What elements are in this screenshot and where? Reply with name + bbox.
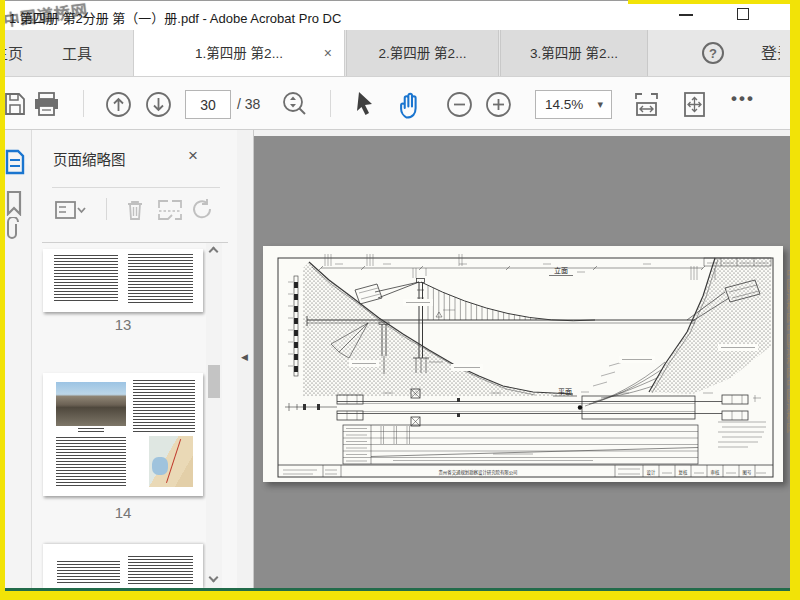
- select-tool-icon[interactable]: [353, 91, 377, 118]
- collapse-panel-icon[interactable]: ◀: [241, 352, 248, 362]
- print-icon[interactable]: [33, 91, 60, 117]
- thumbnail-page-13[interactable]: [43, 249, 203, 312]
- doc-tab-1-label: 1.第四册 第2...: [195, 46, 283, 61]
- thumbnail-photo-mock: [56, 382, 126, 426]
- panel-notch: [25, 155, 32, 169]
- document-viewer[interactable]: 立面 平面: [254, 130, 790, 588]
- thumbnail-page-partial[interactable]: [43, 544, 203, 588]
- block-cell-check: 复核: [679, 469, 688, 476]
- scroll-up-icon[interactable]: [209, 247, 219, 257]
- panel-title: 页面缩略图: [53, 148, 126, 169]
- profile-data-table: [343, 425, 698, 464]
- window-titlebar: 中国道桥网 1.第四册 第2分册 第（一）册.pdf - Adobe Acrob…: [5, 1, 790, 30]
- screen-border-top-right: [628, 0, 800, 4]
- title-block: 贵州省交通规划勘察设计研究院有限公司 设计 复核 审核 图号: [278, 465, 773, 477]
- block-cell-design: 设计: [647, 469, 656, 476]
- page-number-label: 13: [43, 316, 203, 333]
- chevron-down-icon: ▾: [597, 98, 603, 111]
- page-total-label: / 38: [237, 96, 260, 112]
- scrollbar-thumb[interactable]: [208, 365, 220, 398]
- elevation-label: 立面: [554, 266, 568, 275]
- help-icon[interactable]: ?: [702, 42, 724, 64]
- divider: [106, 198, 107, 220]
- thumbnail-options-menu-icon[interactable]: [54, 198, 86, 222]
- hand-tool-icon[interactable]: [396, 91, 427, 120]
- divider: [52, 187, 220, 188]
- thumbnail-map-mock: [149, 436, 194, 488]
- screenshot-root: 中国道桥网 1.第四册 第2分册 第（一）册.pdf - Adobe Acrob…: [0, 0, 800, 600]
- thumbnail-text-mock: [56, 437, 126, 487]
- sign-in-button[interactable]: 登录: [761, 30, 780, 77]
- divider: [42, 242, 228, 243]
- block-cell-number: 图号: [743, 470, 752, 476]
- panel-scrollbar[interactable]: [206, 243, 222, 588]
- zoom-out-icon[interactable]: [446, 91, 473, 118]
- page-thumbnails-rail-icon[interactable]: [5, 148, 27, 176]
- thumbnail-text-mock: [57, 561, 119, 585]
- bookmarks-rail-icon[interactable]: [5, 190, 27, 216]
- doc-tab-2-label: 2.第四册 第2...: [379, 46, 467, 61]
- viewer-top-strip: [254, 130, 790, 136]
- page-view-menu-icon[interactable]: [281, 91, 309, 118]
- panel-splitter[interactable]: ◀: [237, 130, 254, 588]
- plan-label: 平面: [558, 388, 572, 396]
- content-area: 页面缩略图 ×: [5, 130, 790, 588]
- zoom-in-icon[interactable]: [485, 91, 512, 118]
- attachments-rail-icon[interactable]: [5, 217, 27, 243]
- insert-pages-icon[interactable]: [156, 198, 184, 222]
- navigation-rail: [5, 130, 32, 588]
- thumbnail-text-mock: [133, 380, 195, 432]
- screen-border-right: [790, 0, 800, 600]
- zoom-level-select[interactable]: 14.5% ▾: [535, 90, 612, 119]
- tab-tools[interactable]: 工具: [62, 30, 92, 77]
- doc-tab-3[interactable]: 3.第四册 第2...: [500, 30, 648, 77]
- thumbnail-caption-mock: [78, 428, 104, 432]
- block-cell-review: 审核: [711, 469, 720, 476]
- map-water-mock: [152, 457, 168, 475]
- main-toolbar: / 38 14.5% ▾: [5, 77, 790, 130]
- doc-tab-2[interactable]: 2.第四册 第2...: [346, 30, 499, 77]
- fit-width-icon[interactable]: [633, 91, 660, 118]
- doc-tab-1-close-icon[interactable]: ×: [324, 30, 332, 77]
- thumbnail-text-mock: [128, 254, 194, 304]
- scroll-down-icon[interactable]: [209, 573, 219, 583]
- rotate-page-icon[interactable]: [190, 198, 214, 222]
- doc-tab-3-label: 3.第四册 第2...: [530, 46, 618, 61]
- previous-page-icon[interactable]: [105, 91, 132, 118]
- delete-pages-icon[interactable]: [123, 198, 147, 222]
- institute-name: 贵州省交通规划勘察设计研究院有限公司: [438, 469, 517, 476]
- thumbnail-page-14[interactable]: [43, 373, 203, 496]
- doc-tab-1[interactable]: 1.第四册 第2... ×: [133, 30, 345, 77]
- thumbnail-text-mock: [54, 255, 118, 300]
- pdf-page: 立面 平面: [263, 246, 783, 482]
- screen-border-left: [0, 0, 5, 600]
- window-title: 1.第四册 第2分册 第（一）册.pdf - Adobe Acrobat Pro…: [9, 8, 341, 27]
- minimize-button[interactable]: [679, 14, 693, 16]
- toolbar-divider: [83, 90, 84, 117]
- next-page-icon[interactable]: [145, 91, 172, 118]
- tab-bar: 主页 工具 1.第四册 第2... × 2.第四册 第2... 3.第四册 第2…: [5, 30, 790, 77]
- zoom-level-value: 14.5%: [545, 97, 583, 112]
- page-number-label: 14: [43, 504, 203, 521]
- more-tools-icon[interactable]: •••: [731, 89, 755, 109]
- cable-hangers: [428, 286, 536, 321]
- save-icon[interactable]: [2, 91, 28, 117]
- panel-close-button[interactable]: ×: [188, 146, 198, 166]
- bridge-drawing: 立面 平面: [263, 246, 783, 482]
- screen-border-bottom: [0, 591, 800, 600]
- thumbnail-text-mock: [128, 556, 194, 585]
- maximize-button[interactable]: [737, 8, 749, 20]
- tab-home[interactable]: 主页: [5, 30, 23, 77]
- page-thumbnails-panel: 页面缩略图 ×: [32, 130, 237, 588]
- map-road-mock: [166, 439, 181, 484]
- toolbar-divider: [330, 90, 331, 117]
- elevation-view: [294, 258, 771, 406]
- fit-page-icon[interactable]: [681, 91, 708, 118]
- page-number-input[interactable]: [185, 90, 231, 119]
